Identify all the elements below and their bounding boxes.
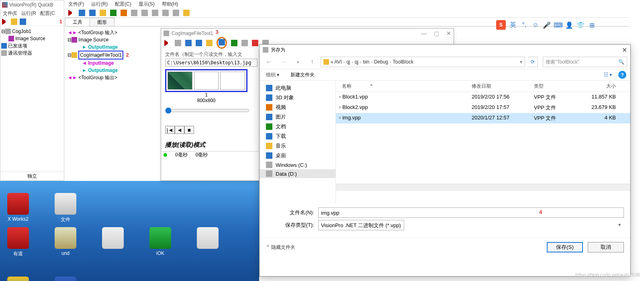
record-icon[interactable] xyxy=(252,40,258,46)
sidebar-item-3d[interactable]: 3D 对象 xyxy=(260,93,335,103)
ime-emoji-icon[interactable]: ☺ xyxy=(532,21,540,29)
tool-icon[interactable] xyxy=(131,10,137,16)
close-icon[interactable]: ✕ xyxy=(622,46,627,54)
tree-cogimagefiletool1[interactable]: ⊟ CogImageFileTool1 2 xyxy=(67,51,159,59)
organize-button[interactable]: 组织 ▾ xyxy=(264,71,282,79)
tab-graphics[interactable]: 图形 xyxy=(90,18,114,26)
col-date[interactable]: 修改日期 xyxy=(468,81,531,92)
sidebar-item-music[interactable]: 音乐 xyxy=(260,141,335,151)
maximize-icon[interactable]: ▢ xyxy=(434,30,439,37)
minimize-icon[interactable]: — xyxy=(421,30,427,37)
tool-icon[interactable] xyxy=(241,40,248,46)
thumbnail-empty[interactable] xyxy=(220,72,245,90)
desktop-icon[interactable] xyxy=(99,227,127,257)
breadcrumb[interactable]: « AVI› qj› qj› bin› Debug› ToolBlock ▾ xyxy=(321,57,525,67)
ime-user-icon[interactable]: 👤 xyxy=(565,21,573,29)
desktop-icon[interactable] xyxy=(194,227,222,257)
sidebar-item-drive-c[interactable]: Windows (C:) xyxy=(260,160,335,169)
save-button-circled[interactable] xyxy=(217,37,227,49)
ime-keyboard-icon[interactable]: ⌨ xyxy=(554,21,562,29)
save-button[interactable]: 保存(S) xyxy=(547,242,583,252)
ime-toolbox-icon[interactable]: ⊞ xyxy=(588,21,596,29)
file-row[interactable]: ▫ Block1.vpp 2019/2/20 17:56 VPP 文件 11,8… xyxy=(336,92,630,103)
tool-icon[interactable] xyxy=(100,10,106,16)
tool-icon[interactable] xyxy=(162,10,169,16)
desktop-icon[interactable] xyxy=(4,277,32,281)
desktop-icon[interactable]: X Works2 xyxy=(4,193,32,223)
sidebar-item-pictures[interactable]: 图片 xyxy=(260,112,335,122)
menu-show[interactable]: 显示(S) xyxy=(139,1,155,8)
tree-imagesource[interactable]: ⊟ Image Source xyxy=(67,36,159,43)
desktop-icon[interactable]: und xyxy=(51,227,80,257)
view-button[interactable]: ☷ ▾ xyxy=(604,72,612,78)
sidebar-item-downloads[interactable]: 下载 xyxy=(260,131,335,141)
recent-button[interactable]: ▾ xyxy=(292,57,304,67)
first-button[interactable]: |◄ xyxy=(165,126,175,134)
desktop-icon[interactable]: 文件 xyxy=(51,193,80,223)
col-name[interactable]: 名称 ^ xyxy=(336,81,468,92)
crumb[interactable]: qj xyxy=(355,59,358,65)
tree-item-cogjob1[interactable]: ⊟ CogJob1 xyxy=(1,28,63,35)
hide-folders-toggle[interactable]: ⌃ 隐藏文件夹 xyxy=(266,244,295,251)
tool-icon[interactable] xyxy=(173,10,179,16)
tool-icon[interactable] xyxy=(141,10,148,16)
sidebar-item-documents[interactable]: 文档 xyxy=(260,122,335,131)
ime-mic-icon[interactable]: 🎤 xyxy=(543,21,551,29)
prev-button[interactable]: ◄ xyxy=(175,126,184,134)
save-icon[interactable] xyxy=(11,18,17,25)
tool-icon[interactable] xyxy=(231,40,237,46)
thumbnail-1[interactable] xyxy=(168,72,192,90)
sidebar-item-pc[interactable]: 此电脑 xyxy=(260,83,335,93)
crumb[interactable]: « AVI xyxy=(331,59,342,65)
ime-sogou-icon[interactable]: S xyxy=(496,20,506,30)
run-icon[interactable] xyxy=(164,40,171,46)
sidebar-item-video[interactable]: 视频 xyxy=(260,103,335,112)
col-size[interactable]: 大小 xyxy=(587,81,619,92)
tool-icon[interactable] xyxy=(196,40,202,46)
tree-inputimage[interactable]: ◄ InputImage xyxy=(67,59,159,67)
ime-skin-icon[interactable]: 👕 xyxy=(577,21,585,29)
back-button[interactable]: ← xyxy=(263,57,275,67)
stop-button[interactable]: ■ xyxy=(184,126,194,134)
position-slider[interactable] xyxy=(165,107,249,114)
ime-lang[interactable]: 英 xyxy=(509,21,517,29)
tool-icon[interactable] xyxy=(89,10,96,16)
tool-icon[interactable] xyxy=(185,40,192,46)
open-icon[interactable] xyxy=(20,18,26,25)
menu-config[interactable]: 配置(C) xyxy=(115,1,131,8)
menu-file[interactable]: 文件(E xyxy=(3,10,17,17)
crumb[interactable]: Debug xyxy=(374,59,388,65)
crumb[interactable]: qj xyxy=(346,59,350,65)
desktop-icon[interactable]: 有道 xyxy=(4,227,32,257)
tool-icon[interactable] xyxy=(110,10,117,16)
sidebar-item-drive-d[interactable]: Data (D:) xyxy=(260,169,335,178)
tab-tools[interactable]: 工具 xyxy=(65,18,90,26)
tree-outputimage[interactable]: ► OutputImage xyxy=(67,43,159,51)
tree-item-comm[interactable]: 通讯管理器 xyxy=(1,49,63,57)
win3-titlebar[interactable]: CogImageFileTool1 3 — ▢ ✕ xyxy=(161,29,454,38)
cancel-button[interactable]: 取消 xyxy=(588,242,624,252)
run-icon[interactable] xyxy=(2,18,8,25)
menu-file[interactable]: 文件(F) xyxy=(68,1,84,8)
close-icon[interactable]: ✕ xyxy=(446,30,451,37)
tree-toolgroup-in[interactable]: ◄► <ToolGroup 输入> xyxy=(67,29,159,36)
filepath-input[interactable]: C:\Users\86150\Desktop\13.jpg xyxy=(165,59,258,67)
tool-icon[interactable] xyxy=(79,10,85,16)
desktop-icon[interactable] xyxy=(51,277,80,281)
file-row[interactable]: ▫ Block2.vpp 2019/2/20 17:57 VPP 文件 23,6… xyxy=(336,103,630,113)
crumb[interactable]: ToolBlock xyxy=(393,59,413,65)
open-icon[interactable] xyxy=(206,40,213,46)
menu-run[interactable]: 运行(R xyxy=(21,10,36,17)
help-icon[interactable] xyxy=(183,10,190,16)
breadcrumb-dropdown-icon[interactable]: ▾ xyxy=(520,59,522,65)
col-type[interactable]: 类型 xyxy=(531,81,587,92)
horizontal-scrollbar[interactable] xyxy=(336,184,630,191)
tree-item-sent[interactable]: 已发送项 xyxy=(1,42,63,49)
sidebar-item-desktop[interactable]: 桌面 xyxy=(260,151,335,160)
refresh-button[interactable]: ⟳ xyxy=(527,57,538,67)
newfolder-button[interactable]: 新建文件夹 xyxy=(290,72,315,78)
menu-config[interactable]: 配置(C xyxy=(40,10,55,17)
run-icon[interactable] xyxy=(68,10,75,16)
tree-toolgroup-out[interactable]: ◄► <ToolGroup 输出> xyxy=(67,74,159,81)
thumbnail-empty[interactable] xyxy=(194,72,219,90)
